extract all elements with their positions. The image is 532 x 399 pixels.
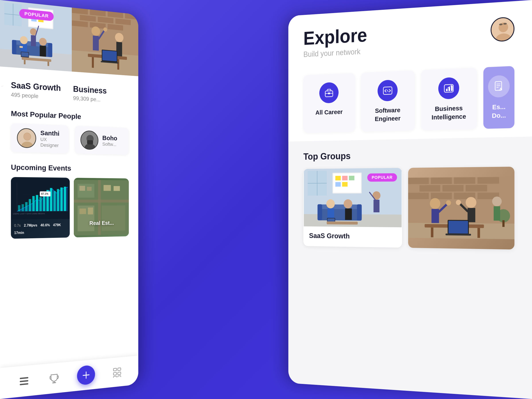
svg-rect-95	[114, 186, 120, 191]
category-software-engineer[interactable]: Software Engineer	[361, 70, 415, 132]
svg-rect-163	[443, 185, 463, 192]
svg-rect-20	[21, 52, 29, 57]
briefcase-icon-container	[319, 82, 339, 103]
user-avatar[interactable]	[491, 17, 514, 42]
svg-rect-107	[114, 372, 117, 375]
category-all-career[interactable]: All Career	[303, 73, 355, 133]
svg-rect-158	[408, 178, 429, 184]
top-groups-title: Top Groups	[303, 148, 514, 161]
business-image	[72, 7, 138, 76]
svg-rect-87	[98, 180, 101, 235]
explore-title: Explore	[303, 26, 367, 48]
person-card-boho[interactable]: Boho Softw...	[75, 126, 129, 155]
people-list: Santhi UX Designer Boho So	[11, 123, 129, 155]
svg-rect-96	[80, 209, 86, 214]
svg-rect-134	[336, 176, 341, 180]
grid-nav-item[interactable]	[111, 365, 123, 379]
svg-rect-49	[117, 59, 119, 70]
svg-rect-135	[342, 176, 348, 180]
svg-rect-178	[468, 208, 475, 222]
svg-rect-184	[502, 220, 505, 227]
saas-group-count: 495 people	[11, 91, 61, 101]
business-intelligence-label: Business Intelligence	[427, 103, 471, 122]
santhi-avatar	[17, 128, 36, 148]
svg-rect-28	[47, 62, 49, 66]
popular-people-title: Most Popular People	[11, 109, 129, 123]
svg-rect-125	[451, 85, 453, 91]
svg-rect-14	[12, 40, 16, 55]
svg-rect-99	[20, 380, 28, 382]
svg-rect-152	[345, 208, 352, 220]
santhi-name: Santhi	[40, 129, 63, 137]
business-group-item: Business 99,309 pe...	[73, 84, 107, 103]
person-card-santhi[interactable]: Santhi UX Designer	[11, 123, 69, 153]
svg-rect-70	[29, 199, 31, 211]
svg-rect-92	[80, 186, 85, 191]
svg-rect-69	[25, 202, 28, 211]
saas-popular-badge: POPULAR	[367, 173, 397, 182]
svg-rect-174	[431, 209, 439, 223]
business-group-count: 99,309 pe...	[73, 95, 107, 103]
svg-rect-91	[102, 206, 125, 231]
svg-rect-106	[118, 368, 121, 371]
svg-rect-86	[74, 200, 129, 203]
svg-rect-160	[454, 177, 475, 184]
svg-rect-110	[118, 376, 121, 378]
upcoming-events-title: Upcoming Events	[11, 163, 129, 173]
svg-rect-100	[20, 383, 28, 385]
saas-image: POPULAR	[0, 0, 72, 72]
svg-rect-77	[53, 191, 56, 211]
svg-line-121	[387, 90, 388, 91]
svg-point-173	[430, 198, 440, 209]
svg-rect-72	[36, 195, 38, 211]
top-groups-grid: POPULAR	[303, 167, 514, 250]
all-career-label: All Career	[316, 108, 343, 117]
svg-rect-97	[88, 207, 93, 214]
svg-rect-124	[449, 87, 450, 91]
svg-point-180	[456, 200, 461, 205]
software-engineer-label: Software Engineer	[367, 105, 409, 123]
svg-rect-109	[114, 376, 117, 378]
popular-people-section: Most Popular People Santhi UX Designer	[0, 109, 138, 155]
svg-rect-48	[92, 57, 94, 68]
business-group-name: Business	[73, 84, 107, 96]
feed-nav-item[interactable]	[18, 374, 31, 388]
svg-rect-136	[349, 176, 355, 180]
svg-rect-105	[114, 368, 117, 371]
business-group-card[interactable]: Business Supe...	[408, 167, 514, 250]
svg-rect-15	[48, 43, 52, 57]
event-card-trade[interactable]: 87.1% USERS: LAST 7 DAYS USING MEDIAN 0.…	[11, 177, 70, 239]
svg-rect-93	[87, 187, 91, 191]
add-nav-button[interactable]	[77, 365, 95, 386]
svg-text:USERS: LAST 7 DAYS USING MEDIA: USERS: LAST 7 DAYS USING MEDIAN	[13, 212, 45, 215]
svg-line-104	[83, 375, 89, 375]
left-phone-card: POPULAR	[0, 0, 138, 399]
svg-rect-98	[20, 377, 28, 379]
boho-info: Boho Softw...	[102, 134, 117, 148]
stat-mpvs: 2.7Mpvs	[24, 223, 38, 228]
saas-group-body: SaaS Growth	[303, 226, 402, 246]
santhi-info: Santhi UX Designer	[40, 129, 63, 148]
svg-rect-68	[21, 204, 24, 211]
svg-rect-18	[19, 46, 23, 48]
trophy-nav-item[interactable]	[48, 371, 60, 386]
svg-rect-161	[477, 177, 499, 184]
svg-rect-73	[39, 197, 42, 211]
category-business-intelligence[interactable]: Business Intelligence	[421, 68, 477, 130]
svg-rect-156	[327, 221, 358, 225]
saas-group-card[interactable]: POPULAR	[303, 168, 402, 248]
stat-479k: 479K	[53, 223, 61, 227]
event-stats-row: 0.7s 2.7Mpvs 40.6% 479K 17min	[11, 221, 70, 237]
svg-rect-71	[32, 196, 35, 211]
santhi-role: UX Designer	[40, 136, 63, 148]
top-groups-section: Top Groups POPULAR	[288, 136, 532, 261]
header-text: Explore Build your network	[303, 26, 367, 59]
document-icon	[493, 80, 505, 92]
saas-group-image: POPULAR	[303, 168, 402, 227]
stat-07s: 0.7s	[14, 224, 21, 228]
right-explore-card: Explore Build your network	[288, 0, 532, 399]
boho-role: Softw...	[102, 142, 117, 148]
svg-rect-172	[477, 228, 480, 238]
category-extra[interactable]: Es... Do...	[483, 66, 514, 129]
event-card-realestate[interactable]: Real Est...	[74, 178, 129, 238]
